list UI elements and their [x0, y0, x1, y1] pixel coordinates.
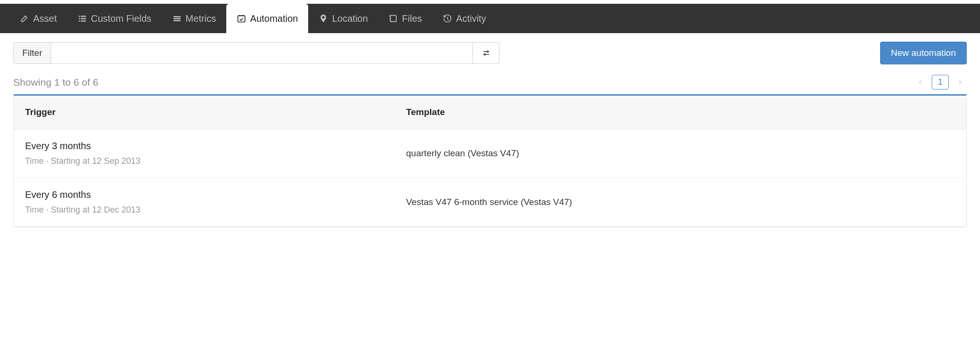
tab-files[interactable]: Files [378, 4, 432, 33]
location-pin-icon [319, 14, 328, 23]
tab-bar: Asset Custom Fields Metrics Automation L… [0, 4, 980, 33]
trigger-subtitle: Time · Starting at 12 Sep 2013 [25, 156, 383, 166]
filter-label: Filter [14, 43, 51, 63]
svg-rect-3 [81, 18, 86, 19]
tab-label: Custom Fields [91, 13, 151, 24]
list-icon [78, 14, 87, 23]
cell-trigger: Every 6 months Time · Starting at 12 Dec… [14, 178, 395, 226]
svg-rect-2 [79, 18, 80, 19]
svg-rect-6 [173, 16, 180, 18]
table-header: Trigger Template [14, 96, 966, 129]
prev-page-button[interactable] [914, 77, 927, 88]
listing-meta: Showing 1 to 6 of 6 1 [0, 64, 980, 94]
svg-rect-0 [79, 16, 80, 17]
tab-automation[interactable]: Automation [226, 4, 308, 33]
svg-point-11 [484, 54, 485, 55]
tab-asset[interactable]: Asset [9, 4, 67, 33]
svg-rect-7 [173, 18, 180, 19]
filter-settings-button[interactable] [472, 43, 499, 63]
svg-point-10 [487, 51, 488, 53]
filter-group: Filter [13, 42, 499, 64]
svg-rect-9 [238, 16, 245, 22]
filter-input[interactable] [51, 43, 472, 63]
calendar-check-icon [237, 14, 246, 23]
pagination: 1 [914, 75, 967, 89]
column-header-trigger: Trigger [14, 96, 395, 129]
svg-rect-5 [81, 20, 86, 21]
tab-label: Metrics [186, 13, 216, 24]
listing-summary: Showing 1 to 6 of 6 [13, 77, 98, 88]
metrics-icon [172, 14, 182, 23]
tab-label: Automation [250, 13, 298, 24]
tab-metrics[interactable]: Metrics [162, 4, 226, 33]
cell-trigger: Every 3 months Time · Starting at 12 Sep… [14, 129, 395, 178]
table-row[interactable]: Every 6 months Time · Starting at 12 Dec… [14, 178, 966, 227]
cell-template: quarterly clean (Vestas V47) [395, 129, 966, 178]
next-page-button[interactable] [953, 77, 967, 88]
trigger-subtitle: Time · Starting at 12 Dec 2013 [25, 205, 383, 215]
tab-label: Location [332, 13, 368, 24]
tab-label: Asset [33, 13, 57, 24]
svg-rect-8 [173, 20, 180, 21]
trigger-title: Every 3 months [25, 141, 383, 152]
tab-location[interactable]: Location [308, 4, 378, 33]
new-automation-button[interactable]: New automation [880, 42, 967, 64]
automation-table: Trigger Template Every 3 months Time · S… [13, 94, 967, 227]
controls-row: Filter New automation [0, 33, 980, 64]
svg-rect-1 [81, 16, 86, 17]
table-row[interactable]: Every 3 months Time · Starting at 12 Sep… [14, 129, 966, 178]
column-header-template: Template [395, 96, 966, 129]
tab-custom-fields[interactable]: Custom Fields [67, 4, 162, 33]
tab-activity[interactable]: Activity [432, 4, 496, 33]
trigger-title: Every 6 months [25, 189, 383, 200]
tab-label: Activity [456, 13, 486, 24]
tab-label: Files [402, 13, 422, 24]
cell-template: Vestas V47 6-month service (Vestas V47) [395, 178, 966, 226]
book-icon [389, 14, 398, 23]
sliders-icon [482, 49, 490, 57]
history-icon [443, 14, 452, 23]
svg-rect-4 [79, 20, 80, 21]
page-number[interactable]: 1 [932, 75, 949, 89]
edit-icon [20, 14, 29, 23]
